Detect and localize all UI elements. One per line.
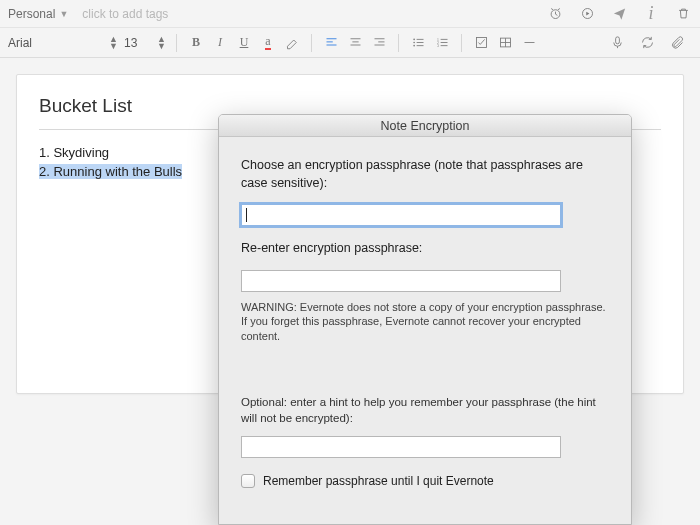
chevron-down-icon: ▼ (59, 9, 68, 19)
reenter-passphrase-input[interactable] (241, 270, 561, 292)
italic-button[interactable]: I (211, 34, 229, 52)
present-icon[interactable] (578, 5, 596, 23)
highlight-button[interactable] (283, 34, 301, 52)
hint-label: Optional: enter a hint to help you remem… (241, 394, 609, 426)
reenter-label: Re-enter encryption passphrase: (241, 240, 609, 258)
svg-point-3 (413, 42, 415, 44)
svg-point-4 (413, 45, 415, 47)
share-icon[interactable] (610, 5, 628, 23)
align-right-button[interactable] (370, 34, 388, 52)
dialog-body: Choose an encryption passphrase (note th… (219, 137, 631, 498)
note-actions: i (546, 5, 692, 23)
bulleted-list-button[interactable] (409, 34, 427, 52)
font-size-select[interactable]: 13 ▲▼ (124, 36, 166, 50)
warning-text: WARNING: Evernote does not store a copy … (241, 300, 609, 345)
horizontal-rule-button[interactable] (520, 34, 538, 52)
reminder-icon[interactable] (546, 5, 564, 23)
text-color-button[interactable]: a (259, 34, 277, 52)
align-center-button[interactable] (346, 34, 364, 52)
remember-label: Remember passphrase until I quit Evernot… (263, 474, 494, 488)
tags-placeholder[interactable]: click to add tags (82, 7, 168, 21)
separator (398, 34, 399, 52)
svg-text:3: 3 (436, 44, 438, 48)
svg-point-2 (413, 39, 415, 41)
font-family-select[interactable]: Arial ▲▼ (8, 36, 118, 50)
align-left-button[interactable] (322, 34, 340, 52)
hint-input[interactable] (241, 436, 561, 458)
numbered-list-button[interactable]: 123 (433, 34, 451, 52)
info-icon[interactable]: i (642, 5, 660, 23)
notebook-tag-bar: Personal ▼ click to add tags i (0, 0, 700, 28)
insert-tools (608, 34, 692, 52)
passphrase-input[interactable] (241, 204, 561, 226)
checkbox-button[interactable] (472, 34, 490, 52)
dialog-titlebar[interactable]: Note Encryption (219, 115, 631, 137)
font-family-value: Arial (8, 36, 32, 50)
bold-button[interactable]: B (187, 34, 205, 52)
font-size-value: 13 (124, 36, 137, 50)
note-encryption-dialog: Note Encryption Choose an encryption pas… (218, 114, 632, 525)
selected-text: 2. Running with the Bulls (39, 164, 182, 179)
notebook-selector[interactable]: Personal ▼ (8, 7, 68, 21)
remember-passphrase-row[interactable]: Remember passphrase until I quit Evernot… (241, 474, 609, 488)
microphone-icon[interactable] (608, 34, 626, 52)
formatting-toolbar: Arial ▲▼ 13 ▲▼ B I U a 123 (0, 28, 700, 58)
camera-sync-icon[interactable] (638, 34, 656, 52)
attachment-icon[interactable] (668, 34, 686, 52)
passphrase-label: Choose an encryption passphrase (note th… (241, 157, 609, 192)
svg-rect-10 (615, 37, 619, 44)
separator (176, 34, 177, 52)
separator (461, 34, 462, 52)
stepper-icon: ▲▼ (157, 36, 166, 50)
table-button[interactable] (496, 34, 514, 52)
stepper-icon: ▲▼ (109, 36, 118, 50)
notebook-name: Personal (8, 7, 55, 21)
separator (311, 34, 312, 52)
trash-icon[interactable] (674, 5, 692, 23)
underline-button[interactable]: U (235, 34, 253, 52)
remember-checkbox[interactable] (241, 474, 255, 488)
dialog-title: Note Encryption (381, 119, 470, 133)
